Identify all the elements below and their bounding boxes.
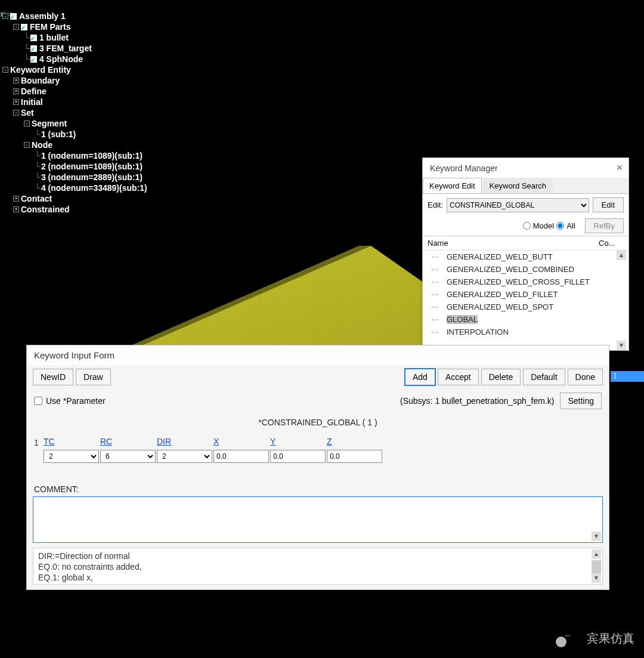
edit-keyword-select[interactable]: CONSTRAINED_GLOBAL [447,198,589,212]
tree-item[interactable]: -Node [2,140,147,150]
accept-button[interactable]: Accept [438,369,479,385]
tree-item[interactable]: -Keyword Entity [2,64,147,75]
input-Z[interactable] [327,450,382,463]
scroll-down-icon[interactable]: ▼ [592,573,601,583]
scroll-down-icon[interactable]: ▼ [592,532,601,541]
tree-label: Set [21,107,34,118]
tree-checkbox[interactable] [30,45,37,52]
tree-expander-icon[interactable]: - [24,142,30,148]
tree-item[interactable]: -Assembly 1 [2,11,147,21]
tree-checkbox[interactable] [30,56,37,63]
keyword-manager-window: Keyword Manager × Keyword Edit Keyword S… [422,157,629,351]
col-TC[interactable]: TC [44,437,99,447]
comment-textarea[interactable]: ▼ [33,496,603,543]
col-X[interactable]: X [213,437,269,447]
tree-expander-icon[interactable]: + [13,88,19,94]
tree-item[interactable]: └1 bullet [2,32,147,43]
tree-item[interactable]: └3 FEM_target [2,43,147,54]
tree-expander-icon[interactable]: + [13,196,19,202]
close-icon[interactable]: × [616,162,623,174]
input-TC[interactable]: 2 [44,450,99,463]
watermark: 宾果仿真 [562,629,634,647]
tree-item[interactable]: +Define [2,86,147,97]
keyword-list-header: Name Co... [423,236,628,250]
tree-checkbox[interactable] [30,35,37,41]
input-DIR[interactable]: 2 [157,450,212,463]
tree-item[interactable]: -Set [2,107,147,118]
tab-keyword-search[interactable]: Keyword Search [483,178,553,193]
keyword-list-item[interactable]: GENERALIZED_WELD_CROSS_FILLET [423,276,628,288]
keyword-list-item[interactable]: INTERPOLATION [423,326,628,338]
tree-item[interactable]: -Segment [2,118,147,129]
watermark-text: 宾果仿真 [587,631,634,647]
tree-checkbox[interactable] [21,24,27,30]
comment-label: COMMENT: [27,481,609,496]
tree-item[interactable]: +Contact [2,193,147,204]
scroll-up-icon[interactable]: ▲ [592,549,601,559]
edit-button[interactable]: Edit [593,197,624,212]
tree-item[interactable]: └1 (sub:1) [2,129,147,140]
tree-item[interactable]: └3 (nodenum=2889)(sub:1) [2,172,147,183]
use-parameter-checkbox[interactable]: Use *Parameter [34,396,106,406]
tree-expander-icon[interactable]: + [13,99,19,105]
side-list-item[interactable]: 1 [611,371,644,382]
tree-item[interactable]: └4 SphNode [2,54,147,64]
scroll-thumb[interactable] [592,560,601,574]
draw-button[interactable]: Draw [76,369,111,385]
tree-expander-icon[interactable]: + [13,78,19,84]
tree-label: Boundary [21,75,60,86]
keyword-list-item[interactable]: GENERALIZED_WELD_BUTT [423,251,628,263]
tree-expander-icon[interactable]: - [24,121,30,126]
keyword-manager-title: Keyword Manager [430,163,498,173]
model-tree[interactable]: -Assembly 1-FEM Parts└1 bullet└3 FEM_tar… [2,11,147,215]
refby-button[interactable]: RefBy [585,218,624,233]
scroll-down-icon[interactable]: ▼ [617,341,626,350]
tree-label: Assembly 1 [19,11,66,21]
tree-label: Initial [21,97,43,107]
newid-button[interactable]: NewID [33,369,73,385]
tree-item[interactable]: └4 (nodenum=33489)(sub:1) [2,183,147,193]
tree-item[interactable]: -FEM Parts [2,21,147,32]
keyword-list-item[interactable]: GENERALIZED_WELD_SPOT [423,301,628,313]
delete-button[interactable]: Delete [481,369,521,385]
radio-model[interactable] [523,222,531,230]
input-X[interactable] [213,450,269,463]
col-Y[interactable]: Y [270,437,326,447]
keyword-input-form: Keyword Input Form NewID Draw Add Accept… [26,345,609,590]
tree-expander-icon[interactable]: - [2,13,8,19]
tree-item[interactable]: +Boundary [2,75,147,86]
tree-label: 4 SphNode [39,54,83,64]
done-button[interactable]: Done [568,369,603,385]
radio-all[interactable] [556,222,564,230]
tree-label: 1 bullet [39,32,69,43]
radio-model-label: Model [533,221,554,230]
col-Z[interactable]: Z [327,437,382,447]
svg-marker-3 [143,246,422,345]
tree-expander-icon[interactable]: - [2,67,8,73]
input-Y[interactable] [270,450,326,463]
col-DIR[interactable]: DIR [157,437,212,447]
keyword-list-item[interactable]: GENERALIZED_WELD_COMBINED [423,263,628,276]
tree-item[interactable]: └1 (nodenum=1089)(sub:1) [2,150,147,161]
tree-expander-icon[interactable]: - [13,110,19,116]
default-button[interactable]: Default [523,369,565,385]
tab-keyword-edit[interactable]: Keyword Edit [423,178,482,193]
tree-item[interactable]: └2 (nodenum=1089)(sub:1) [2,161,147,172]
help-line: EQ.2: global y, [38,583,597,585]
tree-label: 3 (nodenum=2889)(sub:1) [41,172,143,183]
setting-button[interactable]: Setting [560,393,602,409]
keyword-list-item[interactable]: GLOBAL [423,313,628,326]
tree-expander-icon[interactable]: + [13,206,19,212]
tree-item[interactable]: +Constrained [2,204,147,215]
help-line: DIR:=Direction of normal [38,551,597,561]
use-parameter-input[interactable] [34,397,42,405]
tree-item[interactable]: +Initial [2,97,147,107]
add-button[interactable]: Add [405,369,435,385]
input-RC[interactable]: 6 [100,450,156,463]
tree-expander-icon[interactable]: - [13,24,19,30]
col-RC[interactable]: RC [100,437,156,447]
tree-checkbox[interactable] [10,13,17,20]
keyword-list[interactable]: ▲ ▼ GENERALIZED_WELD_BUTTGENERALIZED_WEL… [423,250,628,350]
keyword-list-item[interactable]: GENERALIZED_WELD_FILLET [423,288,628,301]
tree-label: 1 (sub:1) [41,129,76,140]
